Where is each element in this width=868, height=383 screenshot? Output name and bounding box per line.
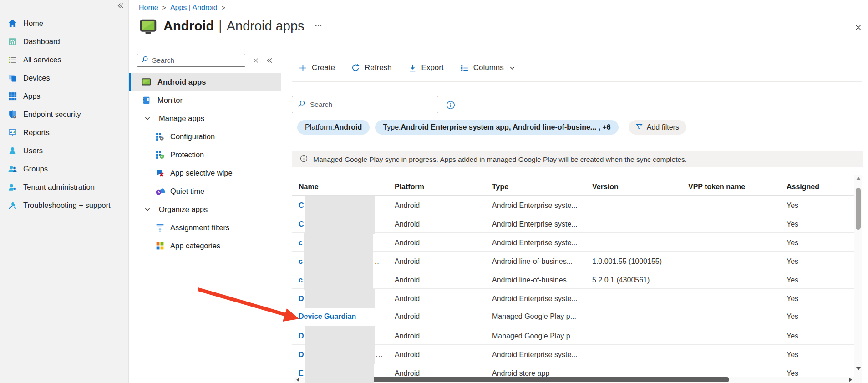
type-cell: Android store app xyxy=(492,369,592,378)
name-cell: C xyxy=(292,196,395,215)
type-cell: Android line-of-busines... xyxy=(492,257,592,266)
sidebar-item-tenant-administration[interactable]: Tenant administration xyxy=(0,178,128,196)
columns-icon xyxy=(460,64,469,72)
scroll-down-icon[interactable] xyxy=(856,367,861,370)
platform-cell: Android xyxy=(395,369,492,378)
name-cell: D ... xyxy=(292,345,395,364)
apps-search-input[interactable] xyxy=(310,101,432,109)
table-row[interactable]: D Android Android Enterprise syste... Ye… xyxy=(292,289,854,307)
table-row[interactable]: c Android Android Enterprise syste... Ye… xyxy=(292,233,854,252)
nav-item-assignment-filters[interactable]: Assignment filters xyxy=(129,218,281,237)
toolbar-button-columns[interactable]: Columns xyxy=(460,63,515,72)
app-name-link[interactable]: c xyxy=(299,239,303,247)
name-cell: C xyxy=(292,214,395,234)
app-name-link[interactable]: Device Guardian xyxy=(299,312,356,321)
vertical-scrollbar[interactable] xyxy=(854,175,862,383)
sidebar-item-groups[interactable]: Groups xyxy=(0,160,128,178)
column-header-assigned[interactable]: Assigned ↑ xyxy=(787,183,854,191)
inner-nav-search-input[interactable] xyxy=(152,56,241,65)
breadcrumb: Home > Apps | Android > xyxy=(139,4,229,12)
scroll-left-icon[interactable] xyxy=(296,378,299,382)
inner-nav-list: Android apps Monitor Manage apps Configu… xyxy=(129,73,281,255)
table-row[interactable]: c .. Android Android line-of-busines... … xyxy=(292,252,854,270)
android-apps-icon xyxy=(142,77,151,87)
truncation-ellipsis: ... xyxy=(376,351,383,359)
type-cell: Android Enterprise syste... xyxy=(492,239,592,247)
sidebar-item-troubleshooting-support[interactable]: Troubleshooting + support xyxy=(0,196,128,214)
nav-item-quiet-time[interactable]: Quiet time xyxy=(129,182,281,200)
platform-cell: Android xyxy=(395,220,492,228)
nav-item-monitor[interactable]: Monitor xyxy=(129,91,281,109)
filter-pill[interactable]: Type: Android Enterprise system app, And… xyxy=(375,120,618,135)
scroll-up-icon[interactable] xyxy=(856,177,861,180)
app-name-link[interactable]: c xyxy=(299,276,303,284)
sidebar-item-devices[interactable]: Devices xyxy=(0,69,128,87)
toolbar-button-export[interactable]: Export xyxy=(408,63,444,72)
home-icon xyxy=(8,19,17,28)
chevron-down-icon xyxy=(509,65,515,71)
app-name-link[interactable]: C xyxy=(299,202,304,210)
info-icon[interactable] xyxy=(446,101,455,111)
sidebar-item-endpoint-security[interactable]: Endpoint security xyxy=(0,105,128,123)
column-header-platform[interactable]: Platform ↑ xyxy=(395,183,492,191)
tenant-admin-icon xyxy=(8,182,17,192)
chevron-down-icon xyxy=(144,206,151,212)
horizontal-scrollbar[interactable] xyxy=(294,377,854,383)
app-selective-wipe-icon xyxy=(155,168,165,178)
collapse-panel-button[interactable] xyxy=(266,57,273,64)
table-body: C Android Android Enterprise syste... Ye… xyxy=(292,196,854,382)
scroll-right-icon[interactable] xyxy=(849,378,852,382)
version-cell: 1.0.001.55 (1000155) xyxy=(592,257,688,266)
horizontal-scrollbar-track[interactable] xyxy=(301,377,847,383)
nav-item-app-selective-wipe[interactable]: App selective wipe xyxy=(129,164,281,182)
app-name-link[interactable]: D xyxy=(299,295,304,303)
assigned-cell: Yes xyxy=(787,295,854,303)
sidebar-item-home[interactable]: Home xyxy=(0,14,128,32)
nav-item-organize-apps[interactable]: Organize apps xyxy=(129,200,281,218)
table-row[interactable]: c Android Android line-of-busines... 5.2… xyxy=(292,270,854,289)
assigned-cell: Yes xyxy=(787,257,854,266)
nav-item-manage-apps[interactable]: Manage apps xyxy=(129,109,281,127)
type-cell: Android Enterprise syste... xyxy=(492,220,592,228)
vertical-scrollbar-thumb[interactable] xyxy=(856,188,861,230)
table-row[interactable]: C Android Android Enterprise syste... Ye… xyxy=(292,214,854,233)
app-name-link[interactable]: D xyxy=(299,332,304,340)
sidebar-item-reports[interactable]: Reports xyxy=(0,123,128,141)
app-name-link[interactable]: D xyxy=(299,351,304,359)
nav-item-configuration[interactable]: Configuration xyxy=(129,127,281,146)
app-categories-icon xyxy=(155,241,165,251)
column-header-version[interactable]: Version ↑ xyxy=(592,183,688,191)
name-cell: c .. xyxy=(292,252,395,271)
table-row[interactable]: D Android Managed Google Play p... Yes xyxy=(292,326,854,345)
nav-item-app-categories[interactable]: App categories xyxy=(129,237,281,255)
sidebar-item-apps[interactable]: Apps xyxy=(0,87,128,105)
table-row[interactable]: Device Guardian Android Managed Google P… xyxy=(292,307,854,326)
toolbar-button-refresh[interactable]: Refresh xyxy=(351,63,392,72)
nav-item-protection[interactable]: Protection xyxy=(129,146,281,164)
protection-icon xyxy=(155,150,165,160)
app-name-link[interactable]: E xyxy=(299,369,304,378)
table-row[interactable]: C Android Android Enterprise syste... Ye… xyxy=(292,196,854,214)
app-root: Home Dashboard All services Devices Apps… xyxy=(0,0,868,383)
app-name-link[interactable]: c xyxy=(299,257,303,266)
breadcrumb-item: Home > xyxy=(139,4,170,12)
column-header-vpp-token-name[interactable]: VPP token name ↑ xyxy=(688,183,787,191)
sidebar-item-all-services[interactable]: All services xyxy=(0,50,128,69)
dismiss-search-icon[interactable] xyxy=(253,58,259,63)
platform-cell: Android xyxy=(395,351,492,359)
table-row[interactable]: D ... Android Android Enterprise syste..… xyxy=(292,345,854,363)
filter-pill[interactable]: Platform: Android xyxy=(297,120,370,135)
sidebar-item-dashboard[interactable]: Dashboard xyxy=(0,32,128,50)
app-name-link[interactable]: C xyxy=(299,220,304,228)
column-header-name[interactable]: Name ↑ xyxy=(292,183,395,191)
column-header-type[interactable]: Type ↑ xyxy=(492,183,592,191)
sidebar-item-users[interactable]: Users xyxy=(0,141,128,160)
nav-item-android-apps[interactable]: Android apps xyxy=(129,73,281,91)
command-bar: Create Refresh Export Columns xyxy=(299,59,515,76)
add-filters-button[interactable]: Add filters xyxy=(629,120,686,135)
search-icon xyxy=(141,56,148,65)
inner-nav-panel: Android apps Monitor Manage apps Configu… xyxy=(129,54,281,255)
toolbar-button-create[interactable]: Create xyxy=(299,63,335,72)
name-cell: D xyxy=(292,289,395,308)
collapse-sidebar-button[interactable] xyxy=(117,2,124,10)
